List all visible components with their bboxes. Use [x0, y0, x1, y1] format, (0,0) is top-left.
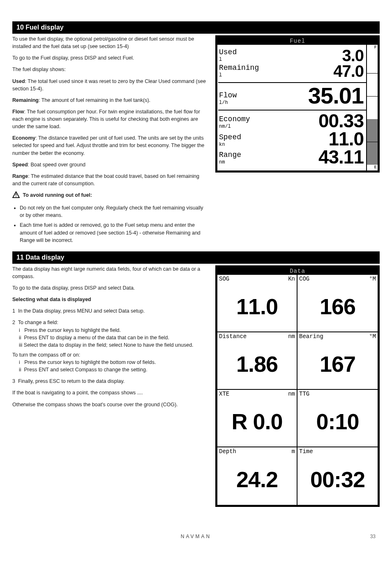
fuel-value-economy: 00.33 — [318, 112, 364, 130]
fuel-gauge: F E — [366, 45, 378, 170]
data-cell-depth: Depthm 24.2 — [217, 447, 297, 505]
data-value-xte: R 0.0 — [219, 397, 295, 446]
data-value-sog: 11.0 — [219, 282, 295, 331]
fuel-value-used: 3.0 — [342, 48, 364, 63]
fuel-row-economy: Economynm/l 00.33 — [219, 112, 364, 130]
fuel-gauge-empty-label: E — [367, 165, 378, 170]
svg-rect-1 — [16, 193, 16, 196]
section-header-fuel: 10 Fuel display — [12, 21, 380, 34]
data-value-ttg: 0:10 — [299, 397, 376, 446]
fuel-text-column: To use the fuel display, the optional pe… — [12, 35, 207, 246]
data-cell-cog: COG°M 166 — [297, 275, 378, 332]
fuel-desc-speed: Speed: Boat speed over ground — [12, 161, 207, 168]
fuel-gauge-full-label: F — [367, 45, 378, 51]
data-value-cog: 166 — [299, 282, 376, 331]
fuel-warning-head: To avoid running out of fuel: — [12, 191, 207, 200]
fuel-desc-flow: Flow: The fuel consumption per hour. For… — [12, 108, 207, 130]
fuel-value-remaining: 47.0 — [333, 63, 364, 79]
section-header-data: 11 Data display — [12, 251, 380, 264]
data-sel-2: 2 To change a field: i Press the cursor … — [12, 319, 207, 373]
footer-brand: NAVMAN — [0, 534, 392, 539]
fuel-shows: The fuel display shows: — [12, 66, 207, 73]
fuel-value-speed: 11.0 — [328, 130, 364, 148]
data-value-bearing: 167 — [299, 340, 376, 388]
data-cell-xte: XTEnm R 0.0 — [217, 390, 297, 447]
fuel-to-go: To go to the Fuel display, press DISP an… — [12, 54, 207, 62]
fuel-warn-2: Each time fuel is added or removed, go t… — [20, 221, 207, 244]
data-compass-1: If the boat is navigating to a point, th… — [12, 389, 207, 396]
fuel-row-used: Usedl 3.0 — [219, 48, 364, 63]
fuel-value-range: 43.11 — [318, 148, 364, 166]
data-display-screen: Data SOGKn 11.0 COG°M 166 Distancenm 1.8… — [215, 265, 380, 507]
data-sel-head: Selecting what data is displayed — [12, 297, 91, 302]
fuel-row-range: Rangenm 43.11 — [219, 148, 364, 166]
data-compass-2: Otherwise the compass shows the boat's c… — [12, 401, 207, 408]
data-cell-bearing: Bearing°M 167 — [297, 332, 378, 390]
data-text-column: The data display has eight large numeric… — [12, 265, 207, 412]
data-value-depth: 24.2 — [219, 455, 295, 504]
fuel-intro: To use the fuel display, the optional pe… — [12, 35, 207, 50]
data-cell-distance: Distancenm 1.86 — [217, 332, 297, 390]
fuel-desc-economy: Economy: The distance travelled per unit… — [12, 134, 207, 157]
fuel-desc-range: Range: The estimated distance that the b… — [12, 173, 207, 187]
fuel-value-flow: 35.01 — [308, 85, 364, 106]
data-cell-time: Time 00:32 — [297, 447, 378, 505]
fuel-warn-1: Do not rely on the fuel computer only. R… — [20, 204, 207, 219]
fuel-desc-remaining: Remaining: The amount of fuel remaining … — [12, 97, 207, 104]
svg-rect-2 — [16, 196, 16, 197]
data-intro: The data display has eight large numeric… — [12, 265, 207, 280]
data-cell-ttg: TTG 0:10 — [297, 390, 378, 447]
fuel-display-screen: Fuel Usedl 3.0 Remainingl 47.0 — [215, 35, 380, 173]
data-cell-sog: SOGKn 11.0 — [217, 275, 297, 332]
data-value-distance: 1.86 — [219, 340, 295, 388]
data-sel-1: 1 In the Data display, press MENU and se… — [12, 307, 207, 315]
page-number: 33 — [370, 534, 376, 539]
data-to-go: To go to the data display, press DISP an… — [12, 284, 207, 292]
fuel-screen-title: Fuel — [217, 37, 378, 45]
data-value-time: 00:32 — [299, 455, 376, 504]
fuel-row-speed: Speedkn 11.0 — [219, 130, 364, 148]
fuel-row-flow: Flowl/h 35.01 — [219, 85, 364, 106]
fuel-desc-used: Used: The total fuel used since it was r… — [12, 78, 207, 92]
warning-icon — [12, 191, 20, 200]
data-screen-title: Data — [217, 267, 378, 275]
data-sel-3: 3 Finally, press ESC to return to the da… — [12, 378, 207, 385]
fuel-row-remaining: Remainingl 47.0 — [219, 63, 364, 79]
